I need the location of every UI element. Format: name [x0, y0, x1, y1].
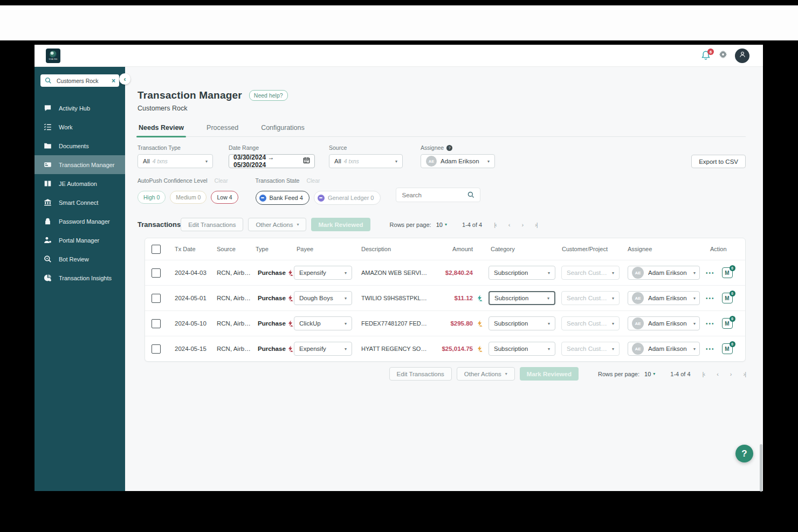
- transactions-search[interactable]: [396, 188, 480, 202]
- chip-high-0[interactable]: High 0: [137, 191, 166, 204]
- other-actions-button[interactable]: Other Actions ▾: [457, 367, 515, 381]
- select-all-checkbox[interactable]: [152, 245, 161, 254]
- sidebar-item-bot-review[interactable]: Bot Review: [35, 250, 125, 268]
- assignee-select[interactable]: AE Adam Erikson ▾: [421, 154, 495, 168]
- help-icon[interactable]: ?: [446, 145, 452, 151]
- payee-select[interactable]: Dough Boys ▾: [294, 291, 352, 305]
- customer-project-select[interactable]: Search Custome... ▾: [561, 291, 620, 305]
- category-value: Subscription: [494, 346, 528, 352]
- state-chip-icon: [318, 195, 325, 202]
- memo-button[interactable]: M 0: [722, 318, 733, 329]
- need-help-button[interactable]: Need help?: [249, 90, 288, 101]
- state-clear-link[interactable]: Clear: [306, 177, 320, 184]
- date-range-input[interactable]: 03/30/2024 → 05/30/2024: [229, 154, 315, 168]
- chevron-down-icon: ▾: [543, 296, 549, 301]
- customer-project-select[interactable]: Search Custome... ▾: [561, 316, 620, 330]
- edit-transactions-button[interactable]: Edit Transactions: [181, 218, 243, 231]
- mark-reviewed-button[interactable]: Mark Reviewed: [520, 367, 579, 381]
- tab-configurations[interactable]: Configurations: [260, 124, 306, 136]
- pagination-last-button[interactable]: ›|: [743, 371, 746, 377]
- sidebar-item-work[interactable]: Work: [35, 118, 125, 136]
- search-icon: [467, 191, 475, 199]
- tab-processed[interactable]: Processed: [205, 124, 239, 136]
- row-checkbox[interactable]: [152, 344, 161, 354]
- sidebar-item-transaction-insights[interactable]: Transaction Insights: [35, 268, 125, 287]
- sidebar-item-password-manager[interactable]: Password Manager: [35, 212, 125, 231]
- category-select[interactable]: Subscription ▾: [489, 291, 555, 305]
- more-actions-icon[interactable]: •••: [706, 346, 715, 352]
- customer-project-select[interactable]: Search Custome... ▾: [561, 266, 620, 280]
- mark-reviewed-button[interactable]: Mark Reviewed: [311, 218, 370, 231]
- memo-button[interactable]: M 0: [722, 267, 733, 278]
- sidebar-item-je-automation[interactable]: JE Automation: [35, 174, 125, 193]
- chip-medium-0[interactable]: Medium 0: [170, 191, 207, 204]
- memo-button[interactable]: M 0: [722, 343, 733, 354]
- category-select[interactable]: Subscription ▾: [489, 266, 555, 280]
- notifications-button[interactable]: 6: [700, 50, 711, 61]
- sidebar-item-transaction-manager[interactable]: Transaction Manager: [35, 155, 125, 174]
- rows-per-page-select[interactable]: 10 ▾: [436, 222, 447, 228]
- chip-bank-feed-4[interactable]: Bank Feed 4: [256, 191, 309, 205]
- pagination-next-button[interactable]: ›: [521, 222, 523, 228]
- assignee-avatar: AE: [632, 292, 644, 304]
- chip-general-ledger-0[interactable]: General Ledger 0: [314, 191, 381, 205]
- close-icon[interactable]: ×: [112, 78, 115, 84]
- chevron-down-icon: ▾: [544, 347, 550, 351]
- transaction-type-select[interactable]: All 4 txns ▾: [137, 154, 213, 168]
- row-checkbox[interactable]: [152, 294, 161, 303]
- category-select[interactable]: Subscription ▾: [489, 342, 555, 356]
- tab-needs-review[interactable]: Needs Review: [137, 124, 185, 136]
- export-csv-button[interactable]: Export to CSV: [691, 155, 746, 168]
- pagination-next-button[interactable]: ›: [730, 371, 732, 377]
- sidebar-collapse-button[interactable]: ‹: [119, 73, 130, 85]
- sidebar-item-smart-connect[interactable]: Smart Connect: [35, 193, 125, 212]
- row-assignee-select[interactable]: AE Adam Erikson ▾: [628, 316, 700, 330]
- category-value: Subscription: [494, 270, 528, 276]
- more-actions-icon[interactable]: •••: [706, 270, 715, 276]
- sidebar-item-portal-manager[interactable]: Portal Manager: [35, 231, 125, 250]
- sidebar-search[interactable]: ×: [40, 74, 119, 87]
- memo-button[interactable]: M 0: [722, 293, 733, 303]
- category-select[interactable]: Subscription ▾: [489, 316, 555, 330]
- company-logo[interactable]: SCALING: [46, 49, 60, 63]
- pagination-prev-button[interactable]: ‹: [508, 222, 510, 228]
- pagination-first-button[interactable]: |‹: [494, 222, 497, 228]
- gear-icon[interactable]: [718, 50, 728, 61]
- row-checkbox[interactable]: [152, 268, 161, 278]
- sidebar-item-documents[interactable]: Documents: [35, 136, 125, 155]
- sidebar-item-activity-hub[interactable]: Activity Hub: [35, 99, 125, 118]
- row-checkbox[interactable]: [152, 319, 161, 328]
- source-select[interactable]: All 4 txns ▾: [329, 154, 403, 168]
- transactions-search-input[interactable]: [401, 191, 464, 199]
- pagination-last-button[interactable]: ›|: [535, 222, 538, 228]
- payee-select[interactable]: Expensify ▾: [294, 266, 352, 280]
- autopush-clear-link[interactable]: Clear: [215, 177, 228, 184]
- help-fab-button[interactable]: ?: [735, 445, 753, 462]
- autopush-flag-icon: [477, 346, 483, 352]
- sidebar-search-input[interactable]: [56, 77, 108, 85]
- scrollbar-thumb[interactable]: [760, 444, 762, 492]
- chip-low-4[interactable]: Low 4: [211, 191, 238, 204]
- user-avatar-button[interactable]: [735, 49, 749, 63]
- row-assignee-select[interactable]: AE Adam Erikson ▾: [628, 291, 700, 305]
- sidebar-item-icon: [44, 104, 52, 112]
- row-assignee-select[interactable]: AE Adam Erikson ▾: [628, 342, 700, 356]
- sidebar-item-label: Transaction Insights: [59, 275, 112, 281]
- desktop-white-band: [0, 5, 798, 40]
- more-actions-icon[interactable]: •••: [706, 321, 715, 327]
- state-chip-label: General Ledger 0: [328, 195, 374, 201]
- payee-select[interactable]: ClickUp ▾: [294, 316, 352, 330]
- sidebar-item-label: Transaction Manager: [59, 162, 115, 168]
- edit-transactions-button[interactable]: Edit Transactions: [389, 367, 452, 381]
- row-assignee-select[interactable]: AE Adam Erikson ▾: [628, 266, 700, 280]
- rows-per-page-select[interactable]: 10 ▾: [644, 371, 655, 377]
- column-header-category: Category: [486, 246, 557, 252]
- pagination-prev-button[interactable]: ‹: [717, 371, 718, 377]
- customer-project-select[interactable]: Search Custome... ▾: [561, 342, 620, 356]
- other-actions-button[interactable]: Other Actions ▾: [248, 218, 306, 231]
- more-actions-icon[interactable]: •••: [706, 295, 715, 301]
- payee-select[interactable]: Expensify ▾: [294, 342, 352, 356]
- chevron-down-icon: ▾: [297, 222, 299, 227]
- chevron-down-icon: ▾: [391, 159, 397, 164]
- pagination-first-button[interactable]: |‹: [703, 371, 705, 377]
